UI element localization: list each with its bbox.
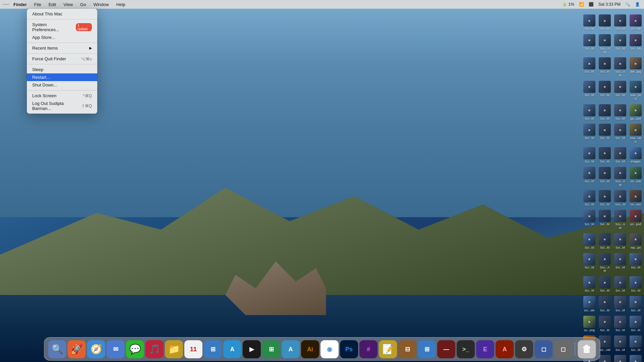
desktop-icon-43[interactable]: ▣rep...p4 [629, 232, 643, 251]
desktop-icon-44[interactable]: ▣Scr...M [582, 252, 596, 274]
desktop-icon-36[interactable]: ▣Scr...M [582, 209, 596, 231]
desktop-icon-27[interactable]: ▣images [629, 146, 643, 165]
desktop-icon-50[interactable]: ▣Scr...M [613, 275, 627, 294]
menubar-window[interactable]: Window [90, 1, 112, 8]
dock-icon-finder[interactable]: 🔍 [48, 340, 66, 358]
dock-icon-finder2[interactable]: — [437, 340, 455, 358]
desktop-icon-19[interactable]: ▣ga...psd [629, 103, 643, 122]
desktop-icon-18[interactable]: ▣Scr...M [613, 103, 627, 122]
desktop-icon-57[interactable]: ▣Scr...M [598, 315, 612, 333]
desktop-icon-23[interactable]: ▣ima...rate [629, 123, 643, 145]
desktop-icon-49[interactable]: ▣Scr...M [598, 275, 612, 294]
desktop-icon-8[interactable]: ▣Scr...M [582, 56, 596, 78]
menubar-edit[interactable]: Edit [45, 1, 59, 8]
desktop-icon-30[interactable]: ▣Scu...AM [613, 166, 627, 188]
dock-icon-numbers[interactable]: ⊞ [262, 340, 280, 358]
desktop-icon-54[interactable]: ▣Scr...M [613, 295, 627, 313]
dock-icon-music[interactable]: 🎵 [146, 340, 164, 358]
dock-icon-tool[interactable]: ⚙ [515, 340, 533, 358]
desktop-icon-26[interactable]: ▣Scr...M [613, 146, 627, 165]
dock-icon-adobe[interactable]: A [496, 340, 514, 358]
desktop-icon-1[interactable]: ▣Scr...M [598, 13, 612, 32]
dock-icon-launchpad[interactable]: 🚀 [68, 340, 86, 358]
desktop-icon-42[interactable]: ▣Scr...M [613, 232, 627, 251]
desktop-icon-47[interactable]: ▣Scr...M [629, 252, 643, 274]
menubar-profile[interactable]: 👤 [634, 1, 641, 7]
desktop-icon-28[interactable]: ▣Scr...M [582, 166, 596, 188]
dock-icon-terminal[interactable]: >_ [457, 340, 475, 358]
desktop-icon-11[interactable]: ▣det...jpg [629, 56, 643, 78]
desktop-icon-7[interactable]: ▣1st...lsb [629, 33, 643, 55]
desktop-icon-39[interactable]: ▣pri...psd [629, 209, 643, 231]
menubar-go[interactable]: Go [77, 1, 89, 8]
menubar-view[interactable]: View [60, 1, 76, 8]
dock-icon-preview[interactable]: ⊟ [398, 340, 417, 358]
menubar-search-icon[interactable]: 🔍 [624, 1, 632, 7]
desktop-icon-38[interactable]: ▣Scu...AM [613, 209, 627, 231]
desktop-icon-24[interactable]: ▣Scr...M [582, 146, 596, 165]
dock-icon-slack[interactable]: # [360, 340, 378, 358]
desktop-icon-12[interactable]: ▣Scr...M [582, 80, 596, 102]
dock-icon-app2[interactable]: ◻ [554, 340, 572, 358]
desktop-icon-5[interactable]: ▣Scu...AM [598, 33, 612, 55]
dock-icon-browser[interactable]: ⊞ [418, 340, 436, 358]
desktop-icon-58[interactable]: ▣Scr...M [613, 315, 627, 333]
dock-icon-tv+[interactable]: ▶ [243, 340, 261, 358]
dock-icon-notefile[interactable]: 📁 [165, 340, 183, 358]
menu-log-out[interactable]: Log Out Sudipta Barman... ⇧⌘Q [27, 100, 97, 112]
desktop-icon-32[interactable]: ▣Scr...M [582, 189, 596, 207]
desktop-icon-53[interactable]: ▣Scr...M [598, 295, 612, 313]
desktop-icon-45[interactable]: ▣Scu...AM [598, 252, 612, 274]
menu-shut-down[interactable]: Shut Down... [27, 81, 97, 89]
desktop-icon-67[interactable]: ▣Scr...M [629, 354, 643, 362]
dock-icon-safari[interactable]: 🧭 [87, 340, 105, 358]
desktop-icon-17[interactable]: ▣Scr...M [598, 103, 612, 122]
dock-icon-photoshop[interactable]: Ps [340, 340, 358, 358]
dock-icon-app[interactable]: ◻ [535, 340, 553, 358]
desktop-icon-20[interactable]: ▣Scr...M [582, 123, 596, 145]
menu-restart[interactable]: Restart... [27, 73, 97, 81]
desktop-icon-16[interactable]: ▣Scr...M [582, 103, 596, 122]
dock-icon-illustrator[interactable]: Ai [301, 340, 319, 358]
desktop-icon-35[interactable]: ▣mi...son [629, 189, 643, 207]
menu-force-quit[interactable]: Force Quit Finder ⌥⌘⎋ [27, 55, 97, 63]
desktop-icon-46[interactable]: ▣Scr...M [613, 252, 627, 274]
desktop-icon-33[interactable]: ▣Scr...M [598, 189, 612, 207]
desktop-icon-15[interactable]: ▣exa...psd [629, 80, 643, 102]
desktop-icon-52[interactable]: ▣scr...ots [582, 295, 596, 313]
desktop-icon-13[interactable]: ▣Scr...M [598, 80, 612, 102]
desktop-icon-21[interactable]: ▣Scr...M [598, 123, 612, 145]
dock-icon-appstore[interactable]: A [223, 340, 241, 358]
dock-icon-calendar[interactable]: 11 [184, 340, 203, 358]
apple-menu-button[interactable] [3, 4, 9, 5]
dock-icon-ext[interactable]: E [476, 340, 494, 358]
dock-icon-messages[interactable]: 💬 [126, 340, 144, 358]
menu-sleep[interactable]: Sleep [27, 66, 97, 73]
desktop-icon-51[interactable]: ▣Scr...M [629, 275, 643, 294]
desktop-icon-9[interactable]: ▣Scr...M [598, 56, 612, 78]
menu-recent-items[interactable]: Recent Items ▶ [27, 44, 97, 52]
desktop-icon-10[interactable]: ▣Scu...AM [613, 56, 627, 78]
menu-app-store[interactable]: App Store... [27, 34, 97, 41]
desktop-icon-59[interactable]: ▣Scr...M [629, 315, 643, 333]
menu-about-this-mac[interactable]: About This Mac [27, 10, 97, 18]
desktop-icon-62[interactable]: ▣Scr...M [613, 335, 627, 353]
menubar-file[interactable]: File [31, 1, 45, 8]
menu-system-preferences[interactable]: System Preferences... 1 update [27, 21, 97, 34]
desktop-icon-63[interactable]: ▣Scr...M [629, 335, 643, 353]
desktop-icon-31[interactable]: ▣int...ook [629, 166, 643, 188]
desktop-icon-4[interactable]: ▣Scr...M [582, 33, 596, 55]
desktop-icon-0[interactable]: ▣Scr...M [582, 13, 596, 32]
dock-icon-notes[interactable]: 📝 [379, 340, 397, 358]
desktop-icon-56[interactable]: ▣su...png [582, 315, 596, 333]
menubar-help[interactable]: Help [113, 1, 129, 8]
desktop-icon-48[interactable]: ▣Scr...M [582, 275, 596, 294]
dock-icon-files[interactable]: ⊞ [204, 340, 222, 358]
desktop-icon-66[interactable]: ▣Scu...AM [613, 354, 627, 362]
menubar-finder[interactable]: Finder [10, 1, 30, 8]
desktop-icon-55[interactable]: ▣Scr...M [629, 295, 643, 313]
desktop-icon-40[interactable]: ▣Scr...M [582, 232, 596, 251]
dock-icon-pkg[interactable]: A [282, 340, 300, 358]
desktop-icon-41[interactable]: ▣Scr...M [598, 232, 612, 251]
desktop-icon-37[interactable]: ▣Scr...M [598, 209, 612, 231]
